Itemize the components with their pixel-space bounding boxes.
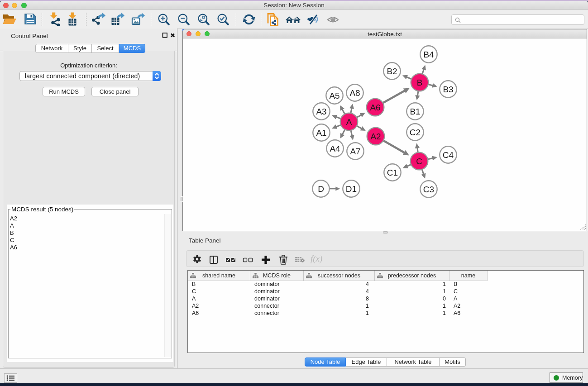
svg-text:C: C bbox=[416, 157, 422, 166]
svg-text:A5: A5 bbox=[329, 91, 339, 100]
svg-text:C1: C1 bbox=[387, 168, 398, 177]
svg-text:A8: A8 bbox=[349, 88, 360, 98]
svg-text:A3: A3 bbox=[316, 107, 326, 116]
svg-text:A6: A6 bbox=[370, 103, 380, 112]
svg-text:D1: D1 bbox=[346, 184, 357, 194]
svg-text:A4: A4 bbox=[330, 144, 340, 153]
svg-text:C4: C4 bbox=[443, 150, 454, 160]
svg-text:A: A bbox=[346, 117, 352, 127]
svg-text:B: B bbox=[417, 78, 423, 87]
svg-text:D: D bbox=[318, 184, 324, 194]
svg-text:B2: B2 bbox=[387, 67, 397, 76]
svg-text:C2: C2 bbox=[410, 128, 421, 137]
svg-text:A1: A1 bbox=[316, 128, 326, 138]
svg-text:B1: B1 bbox=[410, 107, 420, 116]
svg-text:A7: A7 bbox=[350, 147, 360, 156]
svg-text:B3: B3 bbox=[443, 85, 453, 94]
svg-text:B4: B4 bbox=[423, 50, 434, 59]
svg-text:C3: C3 bbox=[423, 185, 434, 194]
svg-text:A2: A2 bbox=[370, 132, 381, 141]
